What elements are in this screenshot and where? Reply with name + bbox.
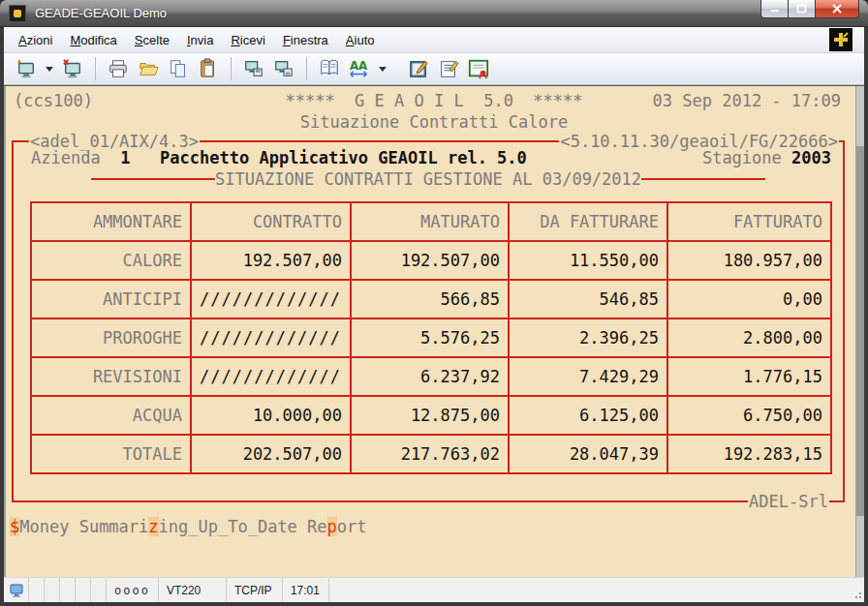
cell-fatturato: 180.957,00 xyxy=(667,241,831,280)
table-row: REVISIONI ///////////// 6.237,92 7.429,2… xyxy=(31,357,831,396)
send-to-host-button[interactable] xyxy=(241,56,266,81)
menu-scelte[interactable]: Scelte xyxy=(126,29,178,51)
hotkey-char: $ xyxy=(10,517,19,536)
caption-buttons xyxy=(760,0,859,18)
new-session-button[interactable] xyxy=(14,56,39,81)
menu-modifica[interactable]: Modifica xyxy=(61,29,125,51)
font-settings-dropdown[interactable] xyxy=(379,67,387,72)
connected-computer-icon xyxy=(9,583,24,598)
menu-azioni[interactable]: Azioni xyxy=(10,29,61,51)
header-maturato: MATURATO xyxy=(351,202,509,241)
cell-fatturato: 0,00 xyxy=(667,280,831,318)
header-contratto: CONTRATTO xyxy=(191,202,351,241)
print-icon xyxy=(108,58,129,79)
session-notes-icon xyxy=(438,58,459,79)
minimize-icon xyxy=(770,4,780,14)
row-label: REVISIONI xyxy=(31,357,191,396)
copy-icon xyxy=(168,58,189,79)
cell-da-fatturare: 546,85 xyxy=(509,280,667,318)
status-segment xyxy=(60,578,76,602)
disconnect-button[interactable] xyxy=(60,56,85,81)
cell-da-fatturare: 28.047,39 xyxy=(509,435,667,473)
font-settings-button[interactable]: A A xyxy=(347,56,372,81)
cell-maturato: 566,85 xyxy=(351,280,509,318)
table-row: ANTICIPI ///////////// 566,85 546,85 0,0… xyxy=(31,280,831,318)
datetime: 03 Sep 2012 - 17:09 xyxy=(653,90,841,111)
send-to-host-icon xyxy=(243,58,264,79)
info-left: Azienda 1 Pacchetto Applicativo GEAOIL r… xyxy=(31,147,527,168)
menubar: Azioni Modifica Scelte Invia Ricevi Fine… xyxy=(4,27,864,53)
print-button[interactable] xyxy=(106,56,131,81)
program-code: (ccs100) xyxy=(14,90,93,111)
header-fatturato: FATTURATO xyxy=(667,202,831,241)
paste-button[interactable] xyxy=(196,56,221,81)
cell-contratto: ///////////// xyxy=(191,318,351,357)
app-icon[interactable] xyxy=(9,5,26,22)
certificate-button[interactable] xyxy=(466,56,491,81)
terminal-screen[interactable]: (ccs100) ***** G E A O I L 5.0 ***** 03 … xyxy=(4,85,864,577)
section-rule-left xyxy=(91,178,215,180)
cell-maturato: 6.237,92 xyxy=(351,357,509,396)
window-title: GEADE-GEAOIL Demo xyxy=(35,6,167,20)
azienda-label: Azienda xyxy=(31,148,101,167)
close-button[interactable] xyxy=(816,0,859,18)
display-setup-icon xyxy=(408,58,429,79)
cell-maturato: 5.576,25 xyxy=(351,318,509,357)
stagione-label: Stagione xyxy=(702,148,782,167)
new-session-dropdown[interactable] xyxy=(46,67,53,72)
status-segment xyxy=(91,578,107,602)
resize-grip[interactable] xyxy=(852,590,862,599)
cell-fatturato: 1.776,15 xyxy=(667,357,831,396)
cell-contratto: 202.507,00 xyxy=(191,435,351,473)
protocol: TCP/IP xyxy=(227,578,283,602)
terminal-scrollbar[interactable] xyxy=(855,86,864,578)
info-line: Azienda 1 Pacchetto Applicativo GEAOIL r… xyxy=(14,147,843,168)
app-logo-icon xyxy=(829,28,852,51)
menu-ricevi[interactable]: Ricevi xyxy=(222,29,273,51)
command-text: Money Summari xyxy=(19,517,148,536)
cell-da-fatturare: 6.125,00 xyxy=(509,396,667,435)
session-notes-button[interactable] xyxy=(436,56,461,81)
menu-invia[interactable]: Invia xyxy=(178,29,222,51)
row-label: PROROGHE xyxy=(31,318,191,357)
contracts-table: AMMONTARE CONTRATTO MATURATO DA FATTURAR… xyxy=(30,201,832,474)
row-label: TOTALE xyxy=(31,435,191,473)
titlebar[interactable]: GEADE-GEAOIL Demo xyxy=(0,0,868,27)
keyboard-map-button[interactable] xyxy=(317,56,342,81)
disconnect-icon xyxy=(62,58,83,79)
minimize-button[interactable] xyxy=(760,0,789,18)
close-icon xyxy=(832,4,842,14)
status-segment xyxy=(45,578,60,602)
svg-text:A: A xyxy=(358,59,368,73)
table-header-row: AMMONTARE CONTRATTO MATURATO DA FATTURAR… xyxy=(31,202,831,241)
maximize-button[interactable] xyxy=(789,0,816,18)
open-folder-icon xyxy=(138,58,159,79)
copy-button[interactable] xyxy=(166,56,191,81)
scrollbar-thumb[interactable] xyxy=(856,146,864,516)
terminal-type: VT220 xyxy=(159,578,227,602)
azienda-value: 1 xyxy=(101,148,160,167)
menu-aiuto[interactable]: Aiuto xyxy=(337,29,384,51)
app-window: GEADE-GEAOIL Demo Azioni Modifica Scelte… xyxy=(0,0,868,606)
menu-finestra[interactable]: Finestra xyxy=(274,29,337,51)
cell-maturato: 12.875,00 xyxy=(351,396,509,435)
section-title: SITUAZIONE CONTRATTI GESTIONE AL 03/09/2… xyxy=(215,168,641,190)
cell-fatturato: 192.283,15 xyxy=(667,435,831,473)
table-row: PROROGHE ///////////// 5.576,25 2.396,25… xyxy=(31,318,831,357)
cell-fatturato: 6.750,00 xyxy=(667,396,831,435)
stagione-value: 2003 xyxy=(791,148,831,167)
row-label: ANTICIPI xyxy=(31,280,191,318)
header-ammontare: AMMONTARE xyxy=(31,202,191,241)
toolbar-separator xyxy=(95,57,96,80)
status-filler xyxy=(329,578,864,602)
terminal-header-line: (ccs100) ***** G E A O I L 5.0 ***** 03 … xyxy=(4,90,864,111)
cell-da-fatturare: 7.429,29 xyxy=(509,357,667,396)
cell-da-fatturare: 11.550,00 xyxy=(509,241,667,280)
receive-from-host-button[interactable] xyxy=(271,56,296,81)
open-button[interactable] xyxy=(136,56,161,81)
app-banner: ***** G E A O I L 5.0 ***** xyxy=(285,90,582,111)
cell-contratto: 192.507,00 xyxy=(191,241,351,280)
cell-maturato: 192.507,00 xyxy=(351,241,509,280)
company-label: ADEL-Srl xyxy=(748,492,829,511)
display-setup-button[interactable] xyxy=(406,56,431,81)
